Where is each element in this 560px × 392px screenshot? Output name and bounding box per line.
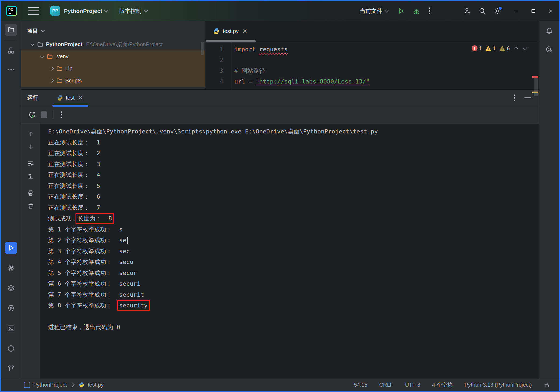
rerun-button[interactable] [28,111,36,119]
active-tab-indicator [52,105,88,107]
project-scrollbar-thumb[interactable] [201,42,204,55]
tool-project-button[interactable] [5,24,17,36]
hide-panel-button[interactable] [524,97,531,98]
maximize-button[interactable] [525,3,542,19]
caret-position[interactable]: 54:15 [354,382,367,388]
tool-services-stack-button[interactable] [5,282,17,294]
minimize-button[interactable] [508,3,525,19]
settings-button[interactable] [491,5,503,17]
next-problem-icon[interactable] [523,46,527,50]
tree-row-scripts[interactable]: Scripts [21,75,205,87]
debug-button[interactable] [411,5,422,17]
tool-structure-button[interactable] [5,44,17,57]
code-with-me-button[interactable] [461,5,473,17]
run-configuration-selector[interactable]: 当前文件 [357,5,391,17]
chevron-down-icon[interactable] [40,54,44,58]
services-icon [7,304,15,312]
editor-scrollbar[interactable] [532,63,539,89]
tool-services-button[interactable] [5,302,17,314]
line-separator[interactable]: CRLF [379,382,393,388]
project-panel-title: 项目 [27,27,38,35]
tool-terminal-button[interactable] [5,322,17,335]
project-panel-header[interactable]: 项目 [21,21,205,38]
soft-wrap-button[interactable] [27,159,35,168]
tool-more-button[interactable] [5,63,17,76]
chevron-right-icon[interactable] [49,79,54,83]
rerun-icon [28,111,36,119]
python-interpreter[interactable]: Python 3.13 (PythonProject) [465,382,532,388]
notifications-button[interactable] [543,25,555,37]
run-more-options-button[interactable] [59,110,64,120]
pycharm-logo-icon: PC [6,6,17,16]
tree-node-path: E:\OneDrive\桌面\PythonProject [86,41,163,48]
tool-run-button[interactable] [5,242,17,254]
top-row: 项目 PythonProjectE:\OneDrive\桌面\PythonPro… [21,21,539,90]
code-line: url = "http://sqli-labs:8080/Less-13/" [234,76,539,87]
tool-problems-button[interactable] [5,342,17,355]
file-encoding[interactable]: UTF-8 [405,382,421,388]
scroll-to-end-button[interactable] [27,172,35,180]
print-button[interactable] [27,189,35,197]
editor-body[interactable]: 1234 import requests# 网站路径url = "http://… [205,42,539,89]
run-panel-options-button[interactable] [512,93,517,103]
status-bar: PythonProject test.py 54:15 CRLF UTF-8 4… [1,379,559,391]
pycharm-window: { "titlebar": { "logo_text": "PC", "proj… [0,0,560,392]
tab-test-py[interactable]: test.py ✕ [205,21,253,42]
error-count[interactable]: ! 1 [472,45,482,52]
tree-row-lib[interactable]: Lib [21,63,205,75]
pycharm-logo-text: PC [8,8,13,12]
prev-problem-icon[interactable] [514,47,518,51]
code-line [234,55,539,66]
down-stacktrace-button[interactable] [27,143,35,151]
breadcrumb-file[interactable]: test.py [88,382,104,388]
console-line: 测试成功，长度为： 8 [48,213,539,224]
run-tab-close-icon[interactable]: ✕ [77,94,84,101]
main-menu-icon[interactable] [28,7,39,15]
tree-row-venv[interactable]: .venv [21,50,205,63]
up-stacktrace-button[interactable] [27,130,35,138]
warning-count-value: 1 [493,45,496,52]
python-packages-icon [7,264,15,272]
more-actions-button[interactable] [427,6,432,16]
vcs-label: 版本控制 [119,7,142,15]
run-button[interactable] [395,5,407,17]
tool-vcs-button[interactable] [5,362,17,375]
console-line: E:\OneDrive\桌面\PythonProject\.venv\Scrip… [48,126,539,137]
run-tab-label: test [66,95,74,101]
close-button[interactable] [542,3,559,19]
unlock-icon[interactable] [544,382,550,388]
play-icon [397,7,405,15]
indent-style[interactable]: 4 个空格 [432,381,453,389]
ai-assistant-button[interactable] [543,43,555,56]
run-tab-test[interactable]: test ✕ [52,90,88,106]
run-header-actions [512,93,531,103]
stripe-divider [6,40,16,40]
chevron-down-icon [104,8,109,13]
console-line [48,311,539,322]
bell-icon [545,27,553,35]
stop-button[interactable] [41,111,47,118]
folder-icon [37,41,44,48]
editor-scrollbar-thumb[interactable] [534,78,538,96]
tab-close-icon[interactable]: ✕ [241,28,248,35]
folder-icon [56,65,63,72]
vcs-menu[interactable]: 版本控制 [116,5,150,17]
search-everywhere-button[interactable] [476,5,488,17]
tree-node-label: .venv [56,53,69,60]
console-line: 第 3 个字符枚举成功： sec [48,246,539,257]
chevron-down-icon[interactable] [30,42,34,46]
console-line: 第 5 个字符枚举成功： secur [48,268,539,279]
left-tool-stripe [1,21,21,379]
clear-console-button[interactable] [27,202,35,210]
tool-python-packages-button[interactable] [5,262,17,274]
tree-row-pythonproject[interactable]: PythonProjectE:\OneDrive\桌面\PythonProjec… [21,38,205,50]
project-avatar[interactable]: PP [50,6,60,16]
console-output[interactable]: E:\OneDrive\桌面\PythonProject\.venv\Scrip… [40,124,539,379]
breadcrumb-project[interactable]: PythonProject [33,382,67,388]
chevron-right-icon[interactable] [49,67,54,71]
more-dots-icon [7,66,15,74]
warning-count[interactable]: 1 [485,45,496,52]
weak-warning-count[interactable]: 6 [499,45,510,52]
error-icon: ! [472,45,478,51]
project-switcher[interactable]: PythonProject [60,6,111,16]
